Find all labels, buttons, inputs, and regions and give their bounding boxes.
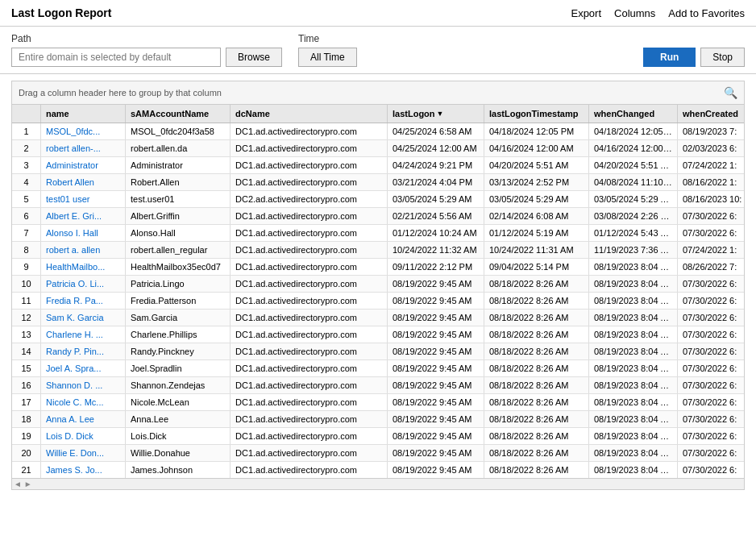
table-cell: 01/12/2024 5:19 AM bbox=[484, 225, 589, 241]
table-cell: 04/18/2024 12:05 PM bbox=[484, 123, 589, 139]
table-row[interactable]: 10Patricia O. Li...Patricia.LingoDC1.ad.… bbox=[12, 276, 744, 293]
table-cell: 2 bbox=[12, 140, 41, 156]
table-cell: DC1.ad.activedirectorypro.com bbox=[231, 157, 388, 173]
table-cell: DC1.ad.activedirectorypro.com bbox=[231, 123, 388, 139]
table-row[interactable]: 6Albert E. Gri...Albert.GriffinDC1.ad.ac… bbox=[12, 208, 744, 225]
table-cell: Albert E. Gri... bbox=[41, 208, 126, 224]
table-cell: 04/16/2024 12:00 AM bbox=[589, 140, 678, 156]
table-cell: 08/19/2023 8:04 AM bbox=[589, 310, 678, 326]
table-row[interactable]: 7Alonso I. HallAlonso.HallDC1.ad.actived… bbox=[12, 225, 744, 242]
col-header-sam[interactable]: sAMAccountName bbox=[126, 105, 231, 123]
table-cell: 08/19/2022 9:45 AM bbox=[388, 326, 484, 343]
table-cell: 09/11/2022 2:12 PM bbox=[388, 259, 484, 275]
table-cell: 1 bbox=[12, 123, 41, 139]
all-time-button[interactable]: All Time bbox=[298, 48, 357, 67]
col-header-created[interactable]: whenCreated bbox=[678, 105, 745, 123]
table-row[interactable]: 16Shannon D. ...Shannon.ZendejasDC1.ad.a… bbox=[12, 377, 744, 394]
table-cell: 08/19/2022 9:45 AM bbox=[388, 310, 484, 326]
col-header-ts[interactable]: lastLogonTimestamp bbox=[484, 105, 589, 123]
table-cell: Administrator bbox=[41, 157, 126, 173]
table-row[interactable]: 9HealthMailbo...HealthMailbox35ec0d7DC1.… bbox=[12, 259, 744, 276]
browse-button[interactable]: Browse bbox=[226, 48, 282, 67]
table-row[interactable]: 17Nicole C. Mc...Nicole.McLeanDC1.ad.act… bbox=[12, 394, 744, 411]
table-row[interactable]: 12Sam K. GarciaSam.GarciaDC1.ad.activedi… bbox=[12, 310, 744, 326]
table-row[interactable]: 14Randy P. Pin...Randy.PinckneyDC1.ad.ac… bbox=[12, 343, 744, 360]
table-cell: Charlene H. ... bbox=[41, 326, 126, 343]
table-cell: 02/03/2023 6: bbox=[678, 140, 744, 156]
table-cell: 08/19/2022 9:45 AM bbox=[388, 377, 484, 393]
grid-body[interactable]: 1MSOL_0fdc...MSOL_0fdc204f3a58DC1.ad.act… bbox=[12, 123, 744, 478]
table-cell: 08/19/2023 8:04 AM bbox=[589, 462, 678, 478]
path-input[interactable] bbox=[11, 48, 221, 67]
table-cell: Anna A. Lee bbox=[41, 411, 126, 427]
table-cell: DC1.ad.activedirectorypro.com bbox=[231, 293, 388, 309]
table-cell: 11 bbox=[12, 293, 41, 309]
table-cell: 08/18/2022 8:26 AM bbox=[484, 462, 589, 478]
table-cell: DC1.ad.activedirectorypro.com bbox=[231, 242, 388, 258]
table-cell: 08/18/2022 8:26 AM bbox=[484, 411, 589, 427]
table-cell: DC1.ad.activedirectorypro.com bbox=[231, 276, 388, 292]
table-cell: 07/30/2022 6: bbox=[678, 377, 744, 393]
table-cell: 03/08/2024 2:26 PM bbox=[589, 208, 678, 224]
table-cell: Anna.Lee bbox=[126, 411, 231, 427]
table-row[interactable]: 18Anna A. LeeAnna.LeeDC1.ad.activedirect… bbox=[12, 411, 744, 428]
table-cell: 07/30/2022 6: bbox=[678, 276, 744, 292]
drag-hint-bar: Drag a column header here to group by th… bbox=[12, 81, 744, 105]
table-row[interactable]: 21James S. Jo...James.JohnsonDC1.ad.acti… bbox=[12, 462, 744, 478]
table-row[interactable]: 15Joel A. Spra...Joel.SpradlinDC1.ad.act… bbox=[12, 360, 744, 377]
table-cell: 10/24/2022 11:31 AM bbox=[484, 242, 589, 258]
table-row[interactable]: 5test01 usertest.user01DC2.ad.activedire… bbox=[12, 191, 744, 208]
table-cell: 08/19/2023 8:04 AM bbox=[589, 445, 678, 461]
table-cell: 8 bbox=[12, 242, 41, 258]
col-header-name[interactable]: name bbox=[41, 105, 126, 123]
grid-search-icon[interactable]: 🔍 bbox=[724, 86, 737, 99]
table-cell: 08/19/2023 8:04 AM bbox=[589, 343, 678, 359]
path-section: Path Browse bbox=[11, 33, 282, 67]
table-row[interactable]: 8robert a. allenrobert.allen_regularDC1.… bbox=[12, 242, 744, 259]
table-cell: 04/20/2024 5:51 AM bbox=[589, 157, 678, 173]
table-cell: 07/30/2022 6: bbox=[678, 445, 744, 461]
table-cell: 09/04/2022 5:14 PM bbox=[484, 259, 589, 275]
run-button[interactable]: Run bbox=[643, 48, 696, 67]
export-link[interactable]: Export bbox=[571, 7, 601, 19]
table-row[interactable]: 2robert allen-...robert.allen.daDC1.ad.a… bbox=[12, 140, 744, 157]
col-header-dc[interactable]: dcName bbox=[231, 105, 388, 123]
table-cell: 08/16/2022 1: bbox=[678, 174, 744, 190]
table-cell: 07/30/2022 6: bbox=[678, 411, 744, 427]
table-cell: DC1.ad.activedirectorypro.com bbox=[231, 445, 388, 461]
table-cell: 02/21/2024 5:56 AM bbox=[388, 208, 484, 224]
table-cell: 08/18/2022 8:26 AM bbox=[484, 310, 589, 326]
table-cell: Nicole C. Mc... bbox=[41, 394, 126, 410]
table-cell: 20 bbox=[12, 445, 41, 461]
drag-hint-text: Drag a column header here to group by th… bbox=[19, 88, 222, 98]
columns-link[interactable]: Columns bbox=[614, 7, 655, 19]
table-row[interactable]: 20Willie E. Don...Willie.DonahueDC1.ad.a… bbox=[12, 445, 744, 462]
table-row[interactable]: 11Fredia R. Pa...Fredia.PattersonDC1.ad.… bbox=[12, 293, 744, 310]
table-cell: 7 bbox=[12, 225, 41, 241]
table-cell: DC1.ad.activedirectorypro.com bbox=[231, 326, 388, 343]
table-row[interactable]: 1MSOL_0fdc...MSOL_0fdc204f3a58DC1.ad.act… bbox=[12, 123, 744, 140]
table-cell: 08/19/2023 8:04 AM bbox=[589, 259, 678, 275]
horizontal-scrollbar[interactable]: ◄ ► bbox=[12, 478, 744, 489]
table-cell: 16 bbox=[12, 377, 41, 393]
table-cell: Nicole.McLean bbox=[126, 394, 231, 410]
table-cell: Patricia.Lingo bbox=[126, 276, 231, 292]
table-cell: Willie.Donahue bbox=[126, 445, 231, 461]
stop-button[interactable]: Stop bbox=[700, 48, 745, 67]
table-cell: 10 bbox=[12, 276, 41, 292]
table-cell: 08/19/2023 7: bbox=[678, 123, 744, 139]
col-header-changed[interactable]: whenChanged bbox=[589, 105, 678, 123]
col-header-last[interactable]: lastLogon ▼ bbox=[388, 105, 484, 123]
table-cell: Robert Allen bbox=[41, 174, 126, 190]
table-cell: DC1.ad.activedirectorypro.com bbox=[231, 394, 388, 410]
add-to-favorites-link[interactable]: Add to Favorites bbox=[668, 7, 745, 19]
table-row[interactable]: 4Robert AllenRobert.AllenDC1.ad.activedi… bbox=[12, 174, 744, 191]
table-cell: 04/08/2024 11:10 AM bbox=[589, 174, 678, 190]
table-cell: Alonso I. Hall bbox=[41, 225, 126, 241]
table-cell: MSOL_0fdc... bbox=[41, 123, 126, 139]
table-cell: DC1.ad.activedirectorypro.com bbox=[231, 377, 388, 393]
table-cell: 08/19/2022 9:45 AM bbox=[388, 394, 484, 410]
table-row[interactable]: 13Charlene H. ...Charlene.PhillipsDC1.ad… bbox=[12, 326, 744, 343]
table-row[interactable]: 3AdministratorAdministratorDC1.ad.active… bbox=[12, 157, 744, 174]
table-row[interactable]: 19Lois D. DickLois.DickDC1.ad.activedire… bbox=[12, 428, 744, 445]
